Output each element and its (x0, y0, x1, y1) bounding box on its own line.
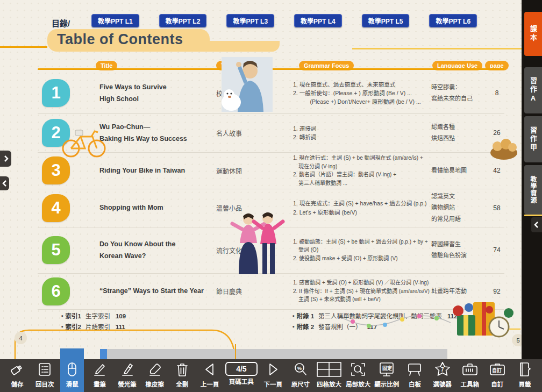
display-ratio-button[interactable]: 固定 顯示比例 (374, 359, 399, 392)
page-forward-arrow-left[interactable] (0, 151, 11, 167)
unit-page: 58 (487, 189, 507, 227)
tab-workbook-jia[interactable]: 習作甲 (524, 116, 542, 162)
bottom-panel-handle[interactable] (100, 349, 107, 359)
tool-label: 顯示比例 (374, 380, 399, 388)
zoom-percent-icon: % (293, 360, 308, 379)
number-picker-icon: 7 (434, 360, 451, 379)
tool-label: 螢光筆 (118, 380, 137, 388)
previous-page-button[interactable]: 上一頁 (198, 359, 222, 392)
highlighter-icon (120, 360, 135, 379)
mouse-icon (65, 360, 80, 379)
photo-teen-with-dog (205, 57, 281, 112)
unit-language-use: 認識各種 烘焙西點 (431, 113, 487, 152)
page-number-tool[interactable]: 4/5 頁碼工具 (225, 359, 257, 392)
trash-icon (175, 360, 190, 379)
svg-text:7: 7 (441, 367, 444, 373)
page-title: Table of Contents (57, 31, 183, 48)
index-list-left: ・索引1生字索引109 ・索引2片語索引111 (59, 311, 126, 332)
index-page: 109 (116, 313, 126, 319)
toolbox-icon (461, 360, 479, 379)
tab-teaching-resources[interactable]: 教學資源 (524, 165, 542, 215)
page-tab-icon (517, 360, 532, 379)
delete-all-button[interactable]: 全刪 (170, 359, 194, 392)
ppt-button-l2[interactable]: 教學PPT L2 (159, 14, 207, 27)
index-item: ・索引2片語索引111 (59, 322, 126, 332)
tab-accent-line (524, 215, 542, 216)
back-to-toc-button[interactable]: 回目次 (33, 359, 56, 392)
unit-language-use: 看懂簡易地圖 (431, 152, 487, 189)
ebook-app: 目錄/ Table of Contents 教學PPT L1 教學PPT L2 … (0, 0, 542, 392)
custom-button[interactable]: 自訂 自訂 (486, 359, 509, 392)
unit-topic: 名人故事 (216, 113, 281, 152)
number-picker-button[interactable]: 7 選號器 (431, 359, 454, 392)
bread-basket-illustration (489, 132, 518, 160)
next-page-button[interactable]: 下一頁 (261, 359, 285, 392)
unit-number-badge: 3 (42, 156, 70, 184)
unit-page: 8 (487, 73, 507, 113)
next-page-icon (266, 360, 281, 379)
mouse-tool-button[interactable]: 滑鼠 (60, 348, 84, 392)
custom-icon: 自訂 (489, 360, 506, 379)
whiteboard-icon (406, 360, 423, 379)
unit-grammar: 1. 現在完成式：主詞 (S) + have/has + 過去分詞 (p.p.)… (293, 189, 437, 227)
page-back-arrow-left[interactable] (0, 176, 9, 190)
unit-title: Shopping with Mom (99, 189, 204, 227)
unit-title: Riding Your Bike in Taiwan (99, 152, 204, 189)
tab-textbook[interactable]: 課本 (524, 12, 542, 56)
tool-label: 橡皮擦 (145, 380, 164, 388)
index-text: 生字索引 (85, 313, 110, 319)
unit-grammar: 1. 現在進行式：主詞 (S) + be 動詞現在式 (am/are/is) +… (293, 152, 437, 189)
ppt-button-l1[interactable]: 教學PPT L1 (91, 14, 139, 27)
tool-label: 上一頁 (201, 380, 219, 388)
eraser-tool-button[interactable]: 橡皮擦 (143, 359, 167, 392)
region-zoom-button[interactable]: 局部放大 (346, 359, 370, 392)
tool-label: 頁碼工具 (229, 377, 254, 386)
unit-title: “Strange” Ways to Start the Year (99, 273, 204, 309)
eraser-icon (147, 360, 162, 379)
tool-label: 回目次 (35, 380, 54, 388)
prev-page-icon (202, 360, 217, 379)
tool-label: 下一頁 (263, 380, 282, 388)
right-edge-line (352, 48, 522, 49)
unit-grammar: 1. 現在簡單式、過去簡單式、未來簡單式 2. 一般祈使句：(Please + … (293, 73, 437, 113)
original-size-button[interactable]: % 原尺寸 (289, 359, 312, 392)
tool-label: 選號器 (433, 380, 452, 388)
pen-icon (92, 360, 107, 379)
save-button[interactable]: 儲存 (5, 359, 29, 392)
tool-label: 滑鼠 (66, 380, 79, 388)
pen-tool-button[interactable]: 畫筆 (88, 359, 111, 392)
bottom-panel-strip (100, 349, 447, 359)
hanbok-couple-illustration (229, 211, 285, 276)
ppt-button-row: 教學PPT L1 教學PPT L2 教學PPT L3 教學PPT L4 教學PP… (91, 14, 477, 27)
four-grid-zoom-button[interactable]: 四格放大 (316, 359, 342, 392)
unit-language-use: 韓國練習生 體驗角色扮演 (431, 227, 487, 273)
ppt-button-l3[interactable]: 教學PPT L3 (226, 14, 274, 27)
tool-label: 工具箱 (460, 380, 479, 388)
toolbox-button[interactable]: 工具箱 (458, 359, 482, 392)
page-tab-button[interactable]: 頁籤 (513, 359, 537, 392)
collapse-tabs-arrow[interactable] (531, 217, 542, 232)
highlighter-tool-button[interactable]: 螢光筆 (116, 359, 139, 392)
ppt-button-l5[interactable]: 教學PPT L5 (362, 14, 410, 27)
tool-label: 局部放大 (346, 380, 370, 388)
appendix-label: ・附錄 2 (290, 324, 314, 330)
usb-icon (9, 360, 25, 379)
ppt-button-l4[interactable]: 教學PPT L4 (294, 14, 342, 27)
tool-label: 全刪 (176, 380, 188, 388)
unit-number-badge: 1 (42, 79, 70, 107)
tool-label: 畫筆 (94, 380, 106, 388)
unit-title: Wu Pao-Chun— Baking His Way to Success (99, 113, 204, 152)
breadcrumb: 目錄/ (52, 17, 70, 28)
tab-workbook-a[interactable]: 習作A (524, 67, 542, 113)
page-indicator[interactable]: 4/5 (225, 362, 257, 376)
tool-label: 自訂 (491, 380, 503, 388)
tool-label: 四格放大 (317, 380, 341, 388)
index-page: 111 (116, 324, 125, 330)
tool-label: 頁籤 (519, 380, 531, 388)
whiteboard-button[interactable]: 白板 (403, 359, 426, 392)
index-text: 片語索引 (85, 324, 110, 330)
four-grid-zoom-icon (316, 360, 342, 379)
unit-number-badge: 6 (42, 277, 70, 305)
ppt-button-l6[interactable]: 教學PPT L6 (429, 14, 477, 27)
page-number-left: 4 (15, 332, 27, 344)
